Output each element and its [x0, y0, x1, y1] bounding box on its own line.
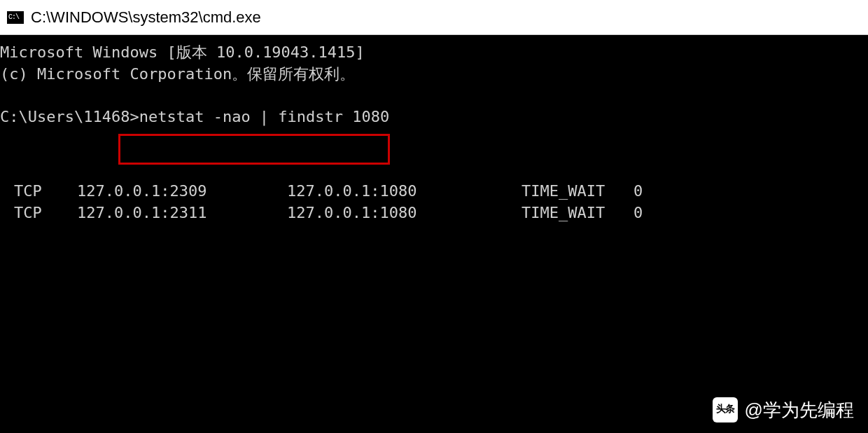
netstat-row: TCP 127.0.0.1:2309 127.0.0.1:1080 TIME_W… — [0, 181, 868, 202]
terminal-prompt-line: C:\Users\11468>netstat -nao | findstr 10… — [0, 106, 868, 128]
netstat-row: TCP 127.0.0.1:2311 127.0.0.1:1080 TIME_W… — [0, 202, 868, 224]
terminal-spacing — [0, 128, 868, 181]
watermark: 头条 @学为先编程 — [713, 397, 854, 422]
netstat-state: TIME_WAIT — [522, 181, 634, 202]
netstat-pid: 0 — [634, 202, 668, 224]
netstat-pid: 0 — [634, 181, 668, 202]
netstat-state: TIME_WAIT — [522, 202, 634, 224]
watermark-handle: @学为先编程 — [745, 397, 854, 422]
netstat-remote: 127.0.0.1:1080 — [287, 202, 522, 224]
terminal-header-line: Microsoft Windows [版本 10.0.19043.1415] — [0, 42, 868, 64]
netstat-remote: 127.0.0.1:1080 — [287, 181, 522, 202]
terminal-blank — [0, 85, 868, 107]
netstat-local: 127.0.0.1:2311 — [77, 202, 287, 224]
terminal-copyright-line: (c) Microsoft Corporation。保留所有权利。 — [0, 64, 868, 85]
netstat-proto: TCP — [14, 202, 77, 224]
terminal-content: Microsoft Windows [版本 10.0.19043.1415] (… — [0, 42, 868, 224]
terminal-command: netstat -nao | findstr 1080 — [139, 108, 390, 125]
terminal-prompt: C:\Users\11468> — [0, 108, 139, 125]
watermark-icon-label: 头条 — [716, 403, 734, 417]
cmd-icon: C:\ — [7, 11, 24, 24]
terminal-area[interactable]: Microsoft Windows [版本 10.0.19043.1415] (… — [0, 35, 868, 433]
watermark-icon: 头条 — [713, 397, 738, 422]
netstat-proto: TCP — [14, 181, 77, 202]
netstat-local: 127.0.0.1:2309 — [77, 181, 287, 202]
window-title-bar: C:\ C:\WINDOWS\system32\cmd.exe — [0, 0, 868, 35]
window-title: C:\WINDOWS\system32\cmd.exe — [31, 8, 261, 27]
cmd-icon-glyph: C:\ — [8, 14, 19, 21]
